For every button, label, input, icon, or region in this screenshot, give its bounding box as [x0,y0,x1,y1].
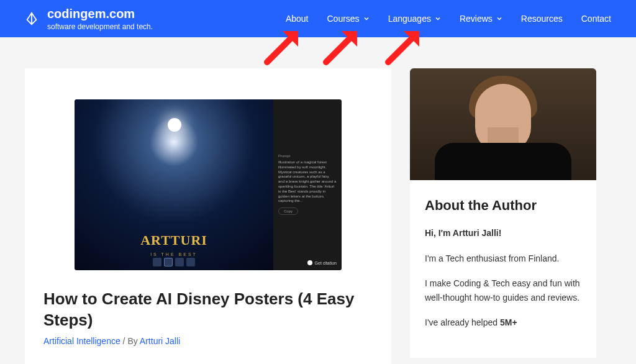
about-author-heading: About the Author [425,198,581,214]
dot-icon [307,260,312,265]
chevron-down-icon [496,16,502,22]
image-overlay-title: ARTTURI [140,232,207,248]
post-featured-image[interactable]: ARTTURI IS THE BEST Prompt Illustration … [75,99,342,270]
nav-reviews[interactable]: Reviews [460,14,502,24]
image-thumbnails [153,258,195,266]
logo-icon [25,12,39,25]
post-meta: Artificial Intelligence / By Artturi Jal… [43,336,373,346]
post-card: ARTTURI IS THE BEST Prompt Illustration … [25,68,391,364]
nav-courses[interactable]: Courses [327,14,369,24]
chevron-down-icon [363,16,370,22]
post-title[interactable]: How to Create AI Disney Posters (4 Easy … [43,289,373,331]
content-wrapper: ARTTURI IS THE BEST Prompt Illustration … [0,37,636,364]
thumbnail[interactable] [175,258,184,266]
image-prompt-panel: Prompt Illustration of a magical forest … [273,99,342,270]
author-bio-line: I make Coding & Tech easy and fun with w… [425,276,581,304]
nav-languages[interactable]: Languages [388,14,441,24]
post-category-link[interactable]: Artificial Intelligence [43,336,120,346]
thumbnail[interactable] [153,258,161,266]
nav-contact[interactable]: Contact [581,14,611,24]
site-header: codingem.com software development and te… [0,0,636,37]
post-author-link[interactable]: Artturi Jalli [140,336,180,346]
author-greeting: Hi, I'm Artturi Jalli! [425,228,501,238]
author-bio-line: I've already helped 5M+ [425,316,581,329]
nav-about[interactable]: About [286,14,309,24]
prompt-text: Illustration of a magical forest illumin… [278,160,337,204]
sidebar: About the Author Hi, I'm Artturi Jalli! … [410,68,596,364]
logo-area[interactable]: codingem.com software development and te… [25,7,153,31]
prompt-label: Prompt [278,154,337,158]
nav-resources[interactable]: Resources [521,14,563,24]
get-citation-button[interactable]: Get citation [307,260,337,265]
image-overlay-subtitle: IS THE BEST [150,252,198,257]
chevron-down-icon [435,16,441,22]
thumbnail[interactable] [164,258,173,266]
main-nav: About Courses Languages Reviews Resource… [286,14,611,24]
thumbnail[interactable] [186,258,195,266]
copy-button[interactable]: Copy [278,207,298,215]
author-photo [410,68,596,180]
site-tagline: software development and tech. [47,22,153,31]
site-title: codingem.com [47,7,153,21]
about-author-card: About the Author Hi, I'm Artturi Jalli! … [410,180,596,358]
author-bio-line: I'm a Tech enthusiast from Finland. [425,252,581,265]
